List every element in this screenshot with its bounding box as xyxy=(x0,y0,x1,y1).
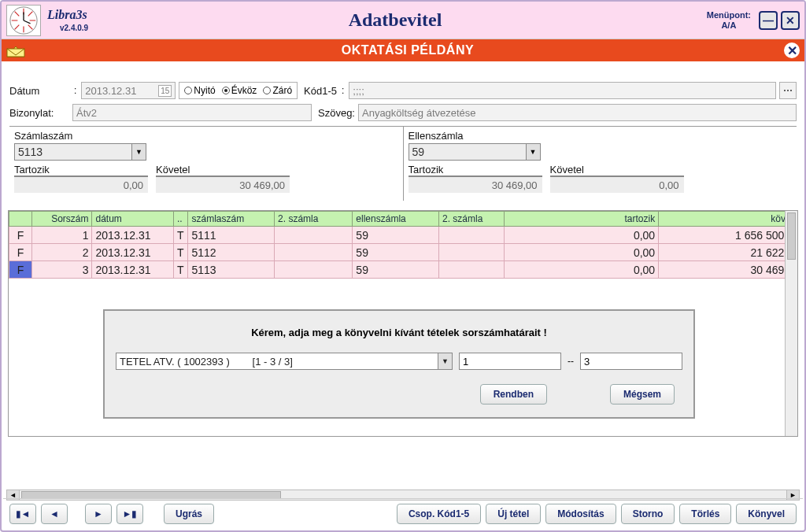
ugras-button[interactable]: Ugrás xyxy=(164,504,214,524)
table-row[interactable]: F12013.12.31T5111590,001 656 500,0 xyxy=(9,227,797,244)
account-left-dropdown-icon[interactable]: ▼ xyxy=(132,143,146,161)
nav-prev-button[interactable]: ◄ xyxy=(41,504,68,524)
table-cell[interactable] xyxy=(275,227,353,244)
table-header-row: Sorszám dátum .. számlaszám 2. számla el… xyxy=(9,212,797,227)
th-ellenszamla[interactable]: ellenszámla xyxy=(353,212,439,227)
table-row[interactable]: F22013.12.31T5112590,0021 622,0 xyxy=(9,244,797,261)
calendar-icon[interactable]: 15 xyxy=(158,85,172,97)
th-datum[interactable]: dátum xyxy=(92,212,173,227)
app-logo xyxy=(6,5,41,36)
th-t[interactable]: .. xyxy=(173,212,188,227)
account-right-dropdown-icon[interactable]: ▼ xyxy=(527,143,541,161)
table-row[interactable]: F32013.12.31T5113590,0030 469,0 xyxy=(9,261,797,279)
table-cell[interactable]: F xyxy=(9,244,32,261)
uj-tetel-button[interactable]: Új tétel xyxy=(486,504,541,524)
table-cell[interactable]: T xyxy=(173,261,188,279)
storno-button[interactable]: Storno xyxy=(621,504,675,524)
table-cell[interactable] xyxy=(438,227,504,244)
dialog-cancel-button[interactable]: Mégsem xyxy=(610,384,675,405)
minimize-button[interactable]: — xyxy=(759,11,778,30)
period-radio-group: Nyitó Évköz Záró xyxy=(179,82,298,99)
dialog-ok-button[interactable]: Rendben xyxy=(480,384,547,405)
accounts-section: Számlaszám 5113 ▼ Tartozik 0,00 Követel … xyxy=(9,126,797,201)
menu-code: A/A xyxy=(707,20,751,31)
table-cell[interactable]: 0,00 xyxy=(504,227,658,244)
envelope-icon[interactable] xyxy=(6,43,25,57)
left-kovetel-label: Követel xyxy=(156,164,290,175)
table-cell[interactable]: F xyxy=(9,227,32,244)
table-cell[interactable]: T xyxy=(173,244,188,261)
table-cell[interactable]: 59 xyxy=(353,261,439,279)
vertical-scrollbar[interactable] xyxy=(785,211,797,436)
table-cell[interactable]: 0,00 xyxy=(504,244,658,261)
date-input[interactable]: 2013.12.31 15 xyxy=(81,82,176,99)
footer-bar: ▮◄ ◄ ► ►▮ Ugrás Csop. Kód1-5 Új tétel Mó… xyxy=(3,498,803,529)
nav-next-button[interactable]: ► xyxy=(85,504,112,524)
table-cell[interactable]: 5112 xyxy=(188,244,275,261)
table-cell[interactable]: 59 xyxy=(353,227,439,244)
text-label: Szöveg: xyxy=(318,107,355,119)
dialog-message: Kérem, adja meg a könyvelni kívánt tétel… xyxy=(116,327,682,338)
table-cell[interactable] xyxy=(275,261,353,279)
left-tartozik-label: Tartozik xyxy=(14,164,148,175)
account-left-input[interactable]: 5113 xyxy=(14,143,132,161)
banner-close-icon[interactable]: ✕ xyxy=(784,42,800,58)
modositas-button[interactable]: Módosítás xyxy=(545,504,616,524)
app-version: v2.4.0.9 xyxy=(60,24,88,32)
table-cell[interactable]: 5113 xyxy=(188,261,275,279)
konyvel-button[interactable]: Könyvel xyxy=(736,504,797,524)
th-szamla2b[interactable]: 2. számla xyxy=(438,212,504,227)
close-button[interactable]: ✕ xyxy=(781,11,800,30)
app-name: Libra3s xyxy=(47,9,88,21)
nav-last-button[interactable]: ►▮ xyxy=(116,504,143,524)
menu-label: Menüpont: xyxy=(707,10,751,20)
csop-kod-button[interactable]: Csop. Kód1-5 xyxy=(397,504,481,524)
table-cell[interactable]: F xyxy=(9,261,32,279)
date-value: 2013.12.31 xyxy=(85,85,136,97)
table-cell[interactable]: 2013.12.31 xyxy=(92,227,173,244)
radio-nyito[interactable]: Nyitó xyxy=(184,85,215,96)
dialog-separator: -- xyxy=(568,356,574,367)
dialog-combo-dropdown-icon[interactable]: ▼ xyxy=(438,353,452,369)
left-kovetel-value: 30 469,00 xyxy=(156,175,290,193)
th-flag[interactable] xyxy=(9,212,32,227)
th-szamlaszam[interactable]: számlaszám xyxy=(188,212,275,227)
voucher-input[interactable]: Átv2 xyxy=(72,104,312,121)
code-input[interactable]: ;;;; xyxy=(349,82,776,99)
form-zone: Dátum : 2013.12.31 15 Nyitó Évköz Záró K… xyxy=(2,61,804,205)
account-right-header: Ellenszámla xyxy=(409,130,793,142)
th-kovetel[interactable]: követ xyxy=(659,212,797,227)
th-szamla2[interactable]: 2. számla xyxy=(275,212,353,227)
table-cell[interactable]: 1 656 500,0 xyxy=(659,227,797,244)
table-cell[interactable] xyxy=(275,244,353,261)
table-cell[interactable] xyxy=(438,261,504,279)
table-cell[interactable]: 1 xyxy=(31,227,92,244)
table-cell[interactable]: 21 622,0 xyxy=(659,244,797,261)
table-cell[interactable] xyxy=(438,244,504,261)
th-tartozik[interactable]: tartozik xyxy=(504,212,658,227)
table-cell[interactable]: 2013.12.31 xyxy=(92,261,173,279)
table-cell[interactable]: 2 xyxy=(31,244,92,261)
table-cell[interactable]: 0,00 xyxy=(504,261,658,279)
table-cell[interactable]: 2013.12.31 xyxy=(92,244,173,261)
th-sorszam[interactable]: Sorszám xyxy=(31,212,92,227)
dialog-to-input[interactable] xyxy=(580,353,682,370)
text-input[interactable]: Anyagköltség átvezetése xyxy=(358,104,797,121)
code-lookup-button[interactable]: ⋯ xyxy=(779,82,797,99)
table-cell[interactable]: 30 469,0 xyxy=(659,261,797,279)
table-cell[interactable]: 3 xyxy=(31,261,92,279)
entries-table[interactable]: Sorszám dátum .. számlaszám 2. számla el… xyxy=(9,211,797,279)
nav-first-button[interactable]: ▮◄ xyxy=(9,504,36,524)
dialog-from-input[interactable] xyxy=(459,353,561,370)
torles-button[interactable]: Törlés xyxy=(679,504,731,524)
table-cell[interactable]: 59 xyxy=(353,244,439,261)
table-cell[interactable]: T xyxy=(173,227,188,244)
table-cell[interactable]: 5111 xyxy=(188,227,275,244)
range-dialog: Kérem, adja meg a könyvelni kívánt tétel… xyxy=(103,309,695,419)
radio-zaro[interactable]: Záró xyxy=(263,85,292,96)
title-bar: Libra3s v2.4.0.9 Adatbevitel Menüpont: A… xyxy=(2,2,804,39)
radio-evkoz[interactable]: Évköz xyxy=(222,85,257,96)
account-right-input[interactable]: 59 xyxy=(409,143,527,161)
dialog-combo[interactable]: TETEL ATV. ( 1002393 ) [1 - 3 / 3] ▼ xyxy=(116,353,453,370)
entries-table-wrap: Sorszám dátum .. számlaszám 2. számla el… xyxy=(8,210,798,437)
